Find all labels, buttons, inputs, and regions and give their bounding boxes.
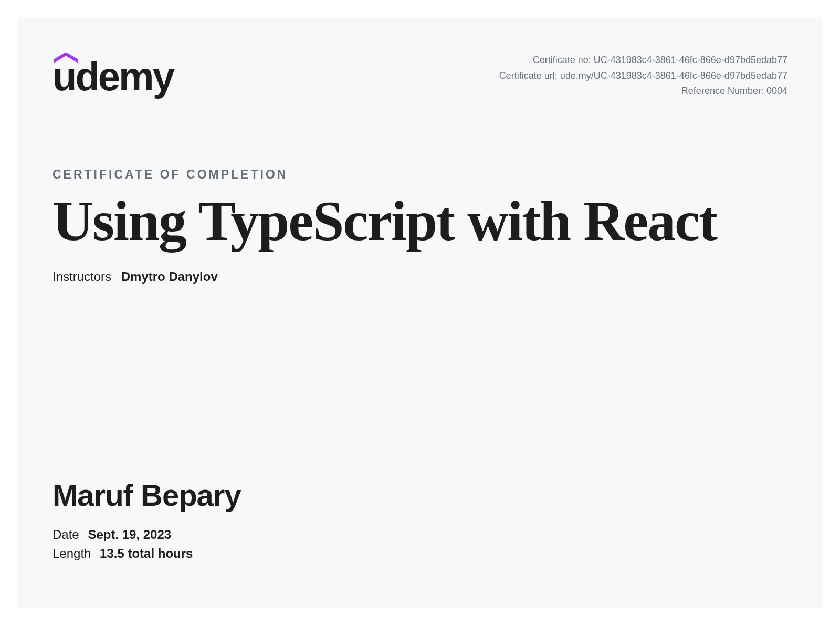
instructors-row: Instructors Dmytro Danylov	[52, 269, 788, 284]
udemy-logo: udemy	[52, 53, 173, 97]
cert-no-label: Certificate no:	[533, 55, 591, 65]
instructors-label: Instructors	[52, 269, 111, 284]
date-value: Sept. 19, 2023	[88, 527, 171, 541]
footer-section: Maruf Bepary Date Sept. 19, 2023 Length …	[52, 477, 241, 561]
udemy-logo-text: udemy	[52, 57, 173, 97]
date-row: Date Sept. 19, 2023	[52, 527, 241, 542]
certificate: udemy Certificate no: UC-431983c4-3861-4…	[17, 17, 823, 608]
header-row: udemy Certificate no: UC-431983c4-3861-4…	[52, 53, 788, 99]
date-label: Date	[52, 527, 79, 541]
length-label: Length	[52, 546, 91, 560]
length-row: Length 13.5 total hours	[52, 546, 241, 561]
ref-no-label: Reference Number:	[681, 86, 764, 96]
ref-no-value: 0004	[766, 86, 788, 96]
certificate-meta: Certificate no: UC-431983c4-3861-46fc-86…	[499, 53, 788, 99]
cert-no-value: UC-431983c4-3861-46fc-866e-d97bd5edab77	[594, 55, 788, 65]
certificate-url: Certificate url: ude.my/UC-431983c4-3861…	[499, 68, 788, 84]
reference-number: Reference Number: 0004	[499, 84, 788, 99]
course-title: Using TypeScript with React	[52, 191, 788, 251]
cert-url-value: ude.my/UC-431983c4-3861-46fc-866e-d97bd5…	[560, 70, 788, 81]
length-value: 13.5 total hours	[100, 546, 193, 560]
certificate-number: Certificate no: UC-431983c4-3861-46fc-86…	[499, 53, 788, 68]
cert-url-label: Certificate url:	[499, 70, 558, 81]
certificate-heading: CERTIFICATE OF COMPLETION	[52, 168, 788, 182]
recipient-name: Maruf Bepary	[52, 477, 241, 513]
instructors-name: Dmytro Danylov	[121, 269, 218, 284]
